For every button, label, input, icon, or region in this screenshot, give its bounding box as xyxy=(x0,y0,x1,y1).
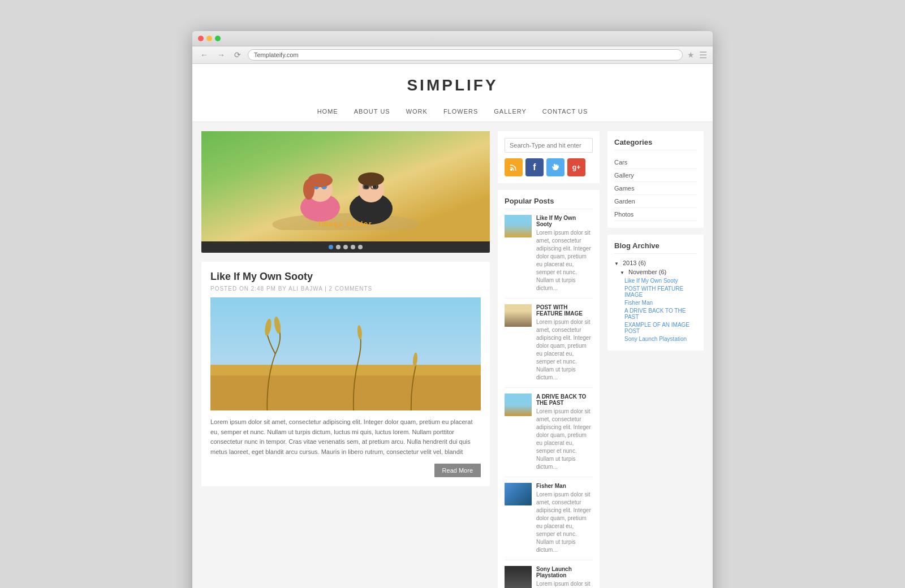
bookmark-icon[interactable]: ★ xyxy=(687,50,695,59)
site-nav: HOME ABOUT US WORK FLOWERS GALLERY CONTA… xyxy=(192,102,713,122)
categories-title: Categories xyxy=(614,138,697,150)
back-button[interactable]: ← xyxy=(198,49,210,60)
nav-home[interactable]: HOME xyxy=(317,108,338,115)
search-input[interactable] xyxy=(505,138,593,153)
right-sidebar: Categories Cars Gallery Games Garden Pho… xyxy=(607,131,704,588)
browser-window: ← → ⟳ Templateify.com ★ ☰ SIMPLIFY HOME … xyxy=(192,31,713,588)
archive-year-label: 2013 (6) xyxy=(623,260,646,266)
maximize-button[interactable] xyxy=(215,36,221,41)
slider-dot-2[interactable] xyxy=(336,245,341,249)
nav-contact[interactable]: CONTACT US xyxy=(542,108,588,115)
category-item-garden[interactable]: Garden xyxy=(614,195,697,208)
slider-characters xyxy=(266,140,425,230)
slider-image: Image Slider xyxy=(201,131,490,241)
post-title: Like If My Own Sooty xyxy=(210,271,481,283)
nav-gallery[interactable]: GALLERY xyxy=(494,108,527,115)
rss-icon[interactable] xyxy=(505,158,523,176)
list-item: POST WITH FEATURE IMAGE Lorem ipsum dolo… xyxy=(505,304,593,388)
site-title: SIMPLIFY xyxy=(192,76,713,94)
category-item-photos[interactable]: Photos xyxy=(614,208,697,221)
popular-post-title-1: Like If My Own Sooty xyxy=(536,215,593,227)
thumb-img-2 xyxy=(505,304,532,327)
popular-post-text-4: Lorem ipsum dolor sit amet, consectetur … xyxy=(536,491,593,554)
popular-post-text-2: Lorem ipsum dolor sit amet, consectetur … xyxy=(536,318,593,382)
list-item: Like If My Own Sooty Lorem ipsum dolor s… xyxy=(505,215,593,299)
slider-label: Image Slider xyxy=(318,220,372,228)
search-widget: f g+ xyxy=(498,131,600,183)
popular-post-title-3: A DRIVE BACK TO THE PAST xyxy=(536,394,593,406)
forward-button[interactable]: → xyxy=(215,49,227,60)
refresh-button[interactable]: ⟳ xyxy=(232,49,243,60)
archive-title: Blog Archive xyxy=(614,241,697,254)
post-footer: Read More xyxy=(210,464,481,477)
popular-post-content-2: POST WITH FEATURE IMAGE Lorem ipsum dolo… xyxy=(536,304,593,382)
image-slider[interactable]: Image Slider xyxy=(201,131,490,253)
category-item-cars[interactable]: Cars xyxy=(614,156,697,169)
category-list: Cars Gallery Games Garden Photos xyxy=(614,156,697,221)
popular-post-content-3: A DRIVE BACK TO THE PAST Lorem ipsum dol… xyxy=(536,394,593,471)
googleplus-icon[interactable]: g+ xyxy=(567,158,585,176)
nav-about[interactable]: ABOUT US xyxy=(354,108,390,115)
list-item: Sony Launch Playstation Lorem ipsum dolo… xyxy=(505,566,593,588)
slider-dot-3[interactable] xyxy=(343,245,348,249)
thumb-img-5 xyxy=(505,566,532,588)
svg-point-22 xyxy=(510,168,512,171)
month-expand-icon xyxy=(620,269,624,275)
minimize-button[interactable] xyxy=(206,36,212,41)
popular-post-title-4: Fisher Man xyxy=(536,483,593,489)
popular-post-content-4: Fisher Man Lorem ipsum dolor sit amet, c… xyxy=(536,483,593,554)
list-item: A DRIVE BACK TO THE PAST Lorem ipsum dol… xyxy=(505,394,593,477)
slider-dot-1[interactable] xyxy=(329,245,333,249)
window-controls xyxy=(198,36,221,41)
close-button[interactable] xyxy=(198,36,204,41)
post-thumb-5 xyxy=(505,566,532,588)
popular-post-text-3: Lorem ipsum dolor sit amet, consectetur … xyxy=(536,408,593,471)
thumb-img-1 xyxy=(505,215,532,237)
category-item-gallery[interactable]: Gallery xyxy=(614,169,697,182)
svg-point-6 xyxy=(303,179,314,200)
popular-post-title-5: Sony Launch Playstation xyxy=(536,566,593,578)
read-more-button[interactable]: Read More xyxy=(434,464,481,477)
post-thumb-2 xyxy=(505,304,532,327)
archive-link-6[interactable]: Sony Launch Playstation xyxy=(624,336,697,342)
post-image xyxy=(210,297,481,410)
nav-work[interactable]: WORK xyxy=(406,108,428,115)
archive-link-4[interactable]: A DRIVE BACK TO THE PAST xyxy=(624,308,697,320)
svg-rect-17 xyxy=(210,365,481,375)
archive-link-3[interactable]: Fisher Man xyxy=(624,300,697,306)
main-column: Image Slider Like If My Own Sooty POSTED… xyxy=(201,131,490,588)
archive-link-2[interactable]: POST WITH FEATURE IMAGE xyxy=(624,286,697,298)
post-image-svg xyxy=(210,297,481,410)
blog-archive-widget: Blog Archive 2013 (6) November (6) Like … xyxy=(607,235,704,351)
twitter-icon[interactable] xyxy=(546,158,564,176)
browser-titlebar xyxy=(192,31,713,46)
popular-posts-widget: Popular Posts Like If My Own Sooty Lorem… xyxy=(498,190,600,588)
popular-post-content-5: Sony Launch Playstation Lorem ipsum dolo… xyxy=(536,566,593,588)
slider-dot-5[interactable] xyxy=(358,245,363,249)
popular-post-text-5: Lorem ipsum dolor sit amet, consectetur … xyxy=(536,580,593,588)
popular-posts-title: Popular Posts xyxy=(505,197,593,209)
post-thumb-4 xyxy=(505,483,532,505)
menu-icon[interactable]: ☰ xyxy=(699,50,707,60)
slider-dot-4[interactable] xyxy=(351,245,355,249)
thumb-img-3 xyxy=(505,394,532,416)
archive-month-november[interactable]: November (6) xyxy=(620,269,697,275)
category-item-games[interactable]: Games xyxy=(614,182,697,195)
archive-link-1[interactable]: Like If My Own Sooty xyxy=(624,278,697,284)
list-item: Fisher Man Lorem ipsum dolor sit amet, c… xyxy=(505,483,593,560)
website-content: SIMPLIFY HOME ABOUT US WORK FLOWERS GALL… xyxy=(192,64,713,588)
nav-flowers[interactable]: FLOWERS xyxy=(443,108,478,115)
popular-post-title-2: POST WITH FEATURE IMAGE xyxy=(536,304,593,317)
address-bar[interactable]: Templateify.com xyxy=(248,49,683,60)
archive-year-2013[interactable]: 2013 (6) xyxy=(614,260,697,266)
post-thumb-3 xyxy=(505,394,532,416)
categories-widget: Categories Cars Gallery Games Garden Pho… xyxy=(607,131,704,228)
archive-month-label: November (6) xyxy=(628,269,666,275)
slider-dots xyxy=(201,241,490,253)
post-body-text: Lorem ipsum dolor sit amet, consectetur … xyxy=(210,417,481,457)
archive-link-5[interactable]: EXAMPLE OF AN IMAGE POST xyxy=(624,322,697,334)
facebook-icon[interactable]: f xyxy=(525,158,544,176)
thumb-img-4 xyxy=(505,483,532,505)
site-header: SIMPLIFY HOME ABOUT US WORK FLOWERS GALL… xyxy=(192,64,713,122)
blog-post: Like If My Own Sooty POSTED ON 2:48 PM B… xyxy=(201,262,490,486)
